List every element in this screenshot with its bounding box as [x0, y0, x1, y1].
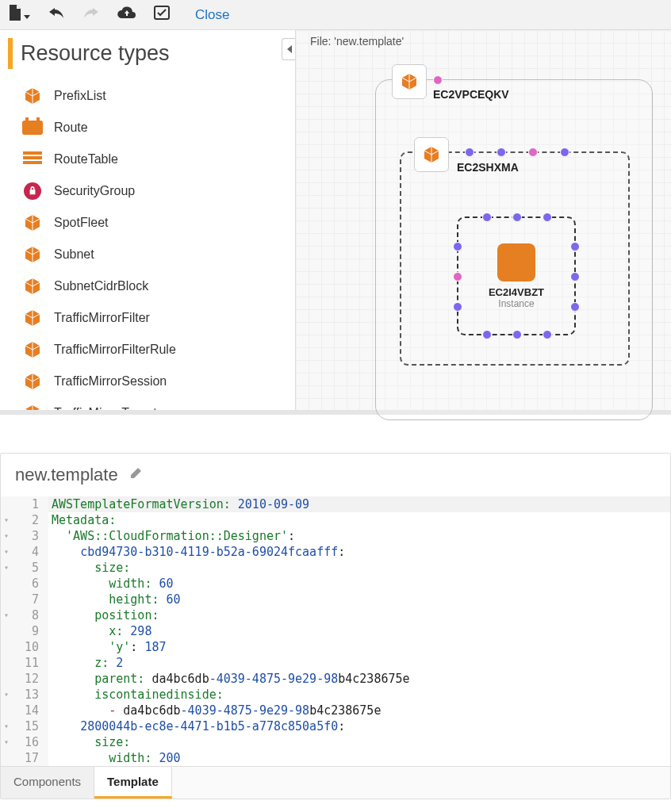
connector-port[interactable] — [482, 330, 492, 339]
resource-item[interactable]: TrafficMirrorFilterRule — [8, 334, 287, 366]
resource-label: SubnetCidrBlock — [54, 279, 148, 293]
resource-item[interactable]: RouteTable — [8, 144, 287, 175]
close-link[interactable]: Close — [195, 7, 229, 23]
connector-port[interactable] — [433, 75, 443, 85]
resource-label: Subnet — [54, 247, 94, 262]
resource-label: TrafficMirrorFilter — [54, 311, 150, 325]
resource-item[interactable]: TrafficMirrorTarget — [8, 397, 287, 410]
editor-filename: new.template — [15, 465, 118, 485]
editor-panel: new.template 1AWSTemplateFormatVersion: … — [0, 453, 671, 799]
validate-button[interactable] — [154, 6, 170, 24]
resource-item[interactable]: TrafficMirrorSession — [8, 366, 287, 397]
editor-tabs: Components Template — [1, 766, 670, 799]
new-file-button[interactable] — [8, 5, 30, 25]
connector-port[interactable] — [570, 302, 580, 312]
code-editor[interactable]: 1AWSTemplateFormatVersion: 2010-09-09▾2M… — [1, 496, 670, 766]
resource-item[interactable]: SpotFleet — [8, 207, 287, 239]
main-area: Resource types PrefixListRouteRouteTable… — [0, 30, 671, 415]
resource-label: TrafficMirrorTarget — [54, 406, 157, 410]
instance-icon — [497, 243, 535, 282]
resource-item[interactable]: SecurityGroup — [8, 175, 287, 207]
resource-label: SecurityGroup — [54, 184, 135, 198]
connector-port[interactable] — [453, 242, 462, 251]
connector-port[interactable] — [560, 147, 569, 157]
resource-label: PrefixList — [54, 89, 106, 103]
resource-label: TrafficMirrorFilterRule — [54, 343, 176, 357]
vpc-container[interactable]: EC2VPCEQKV EC2SHXMA — [375, 79, 653, 420]
connector-port[interactable] — [543, 330, 552, 339]
resource-item[interactable]: Subnet — [8, 239, 287, 270]
instance-node[interactable]: EC2I4VBZT Instance — [457, 216, 576, 335]
editor-header: new.template — [1, 454, 670, 496]
connector-port[interactable] — [453, 272, 462, 282]
resource-label: TrafficMirrorSession — [54, 374, 167, 389]
resource-label: Route — [54, 121, 88, 135]
vpc-icon — [392, 64, 427, 99]
subnet-icon — [414, 137, 449, 172]
resource-item[interactable]: TrafficMirrorFilter — [8, 302, 287, 334]
connector-port[interactable] — [570, 242, 580, 251]
subnet-label: EC2SHXMA — [457, 161, 519, 174]
instance-label: EC2I4VBZT — [489, 286, 544, 298]
toolbar: Close — [0, 0, 671, 30]
resource-types-sidebar: Resource types PrefixListRouteRouteTable… — [0, 30, 295, 410]
rename-file-button[interactable] — [129, 467, 142, 483]
redo-button[interactable] — [82, 5, 100, 25]
connector-port[interactable] — [482, 213, 492, 222]
canvas-file-label: File: 'new.template' — [310, 35, 404, 48]
connector-port[interactable] — [497, 147, 506, 157]
tab-components[interactable]: Components — [1, 767, 94, 799]
subnet-container[interactable]: EC2SHXMA EC2I4VBZT — [400, 151, 630, 366]
vpc-label: EC2VPCEQKV — [433, 88, 509, 101]
resource-item[interactable]: SubnetCidrBlock — [8, 270, 287, 302]
connector-port[interactable] — [465, 147, 474, 157]
connector-port[interactable] — [512, 213, 522, 222]
resource-item[interactable]: Route — [8, 112, 287, 144]
undo-button[interactable] — [48, 5, 65, 25]
sidebar-title: Resource types — [8, 38, 287, 69]
designer-canvas[interactable]: File: 'new.template' EC2VPCEQKV EC2SHXMA — [295, 30, 671, 410]
cloud-upload-button[interactable] — [117, 6, 136, 24]
tab-template[interactable]: Template — [94, 767, 172, 799]
resource-label: RouteTable — [54, 152, 118, 167]
collapse-sidebar-button[interactable] — [282, 38, 295, 60]
connector-port[interactable] — [570, 272, 580, 282]
connector-port[interactable] — [528, 147, 538, 157]
connector-port[interactable] — [512, 330, 522, 339]
resource-label: SpotFleet — [54, 216, 108, 230]
connector-port[interactable] — [453, 302, 462, 312]
connector-port[interactable] — [543, 213, 552, 222]
instance-sublabel: Instance — [498, 298, 534, 309]
resource-item[interactable]: PrefixList — [8, 80, 287, 112]
